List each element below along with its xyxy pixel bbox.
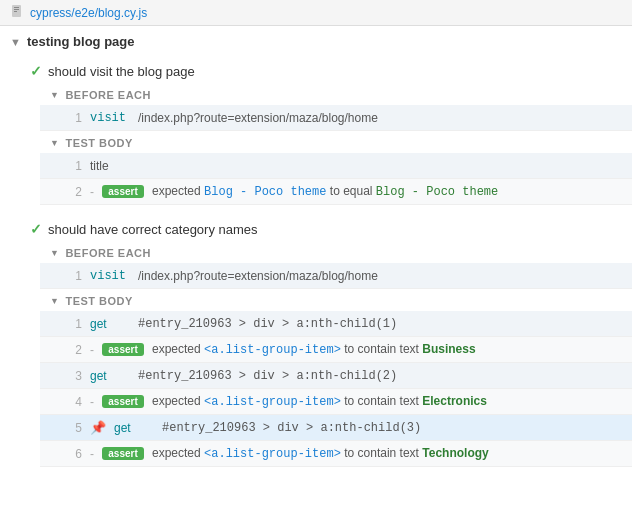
command-row-assert-3[interactable]: 4 - assert expected <a.list-group-item> … [40, 389, 632, 415]
suite-header[interactable]: ▼ testing blog page [0, 26, 632, 57]
visit-url-2: /index.php?route=extension/maza/blog/hom… [138, 269, 622, 283]
command-row-assert-2[interactable]: 2 - assert expected <a.list-group-item> … [40, 337, 632, 363]
section-label-test-body-2: ▼ TEST BODY [40, 291, 632, 311]
test-header-2[interactable]: ✓ should have correct category names [20, 215, 632, 243]
get-content-2: #entry_210963 > div > a:nth-child(2) [138, 369, 622, 383]
suite-title: testing blog page [27, 34, 135, 49]
command-row-get-3[interactable]: 5 📌 get #entry_210963 > div > a:nth-chil… [40, 415, 632, 441]
chevron-down-icon: ▼ [50, 90, 59, 100]
assert-dash-4: - [90, 447, 94, 461]
test-header-1[interactable]: ✓ should visit the blog page [20, 57, 632, 85]
visit-cmd-2: visit [90, 269, 130, 283]
assert-dash: - [90, 185, 94, 199]
line-num-g1: 1 [70, 317, 82, 331]
command-row-assert-4[interactable]: 6 - assert expected <a.list-group-item> … [40, 441, 632, 467]
get-content-1: #entry_210963 > div > a:nth-child(1) [138, 317, 622, 331]
assert-content-3: expected <a.list-group-item> to contain … [152, 394, 622, 409]
section-test-body-1: ▼ TEST BODY 1 title 2 - assert expected … [40, 133, 632, 205]
line-num-g2: 3 [70, 369, 82, 383]
pin-icon: 📌 [90, 420, 106, 435]
command-row-get-2[interactable]: 3 get #entry_210963 > div > a:nth-child(… [40, 363, 632, 389]
assert-badge-2: assert [102, 343, 144, 356]
visit-cmd: visit [90, 111, 130, 125]
title-cmd: title [90, 159, 130, 173]
get-cmd-3: get [114, 421, 154, 435]
suite-container: ▼ testing blog page ✓ should visit the b… [0, 26, 632, 467]
command-row-assert-1[interactable]: 2 - assert expected Blog - Poco theme to… [40, 179, 632, 205]
svg-rect-3 [14, 11, 17, 12]
command-row-title[interactable]: 1 title [40, 153, 632, 179]
suite-chevron: ▼ [10, 36, 21, 48]
test-body-label-1: TEST BODY [65, 137, 132, 149]
line-num-2: 2 [70, 185, 82, 199]
check-icon-1: ✓ [30, 63, 42, 79]
chevron-down-icon-2: ▼ [50, 138, 59, 148]
line-num-a3: 4 [70, 395, 82, 409]
test-title-2: should have correct category names [48, 222, 258, 237]
test-item-2: ✓ should have correct category names ▼ B… [20, 215, 632, 467]
chevron-down-icon-3: ▼ [50, 248, 59, 258]
assert-content-4: expected <a.list-group-item> to contain … [152, 446, 622, 461]
section-before-each-1: ▼ BEFORE EACH 1 visit /index.php?route=e… [40, 85, 632, 131]
line-num-g3: 5 [70, 421, 82, 435]
line-num-a2: 2 [70, 343, 82, 357]
before-each-label-1: BEFORE EACH [65, 89, 151, 101]
line-num-a4: 6 [70, 447, 82, 461]
section-before-each-2: ▼ BEFORE EACH 1 visit /index.php?route=e… [40, 243, 632, 289]
test-body-label-2: TEST BODY [65, 295, 132, 307]
file-tab[interactable]: cypress/e2e/blog.cy.js [0, 0, 632, 26]
assert-badge-1: assert [102, 185, 144, 198]
file-icon [10, 4, 24, 21]
assert-badge-4: assert [102, 447, 144, 460]
svg-rect-1 [14, 7, 19, 8]
svg-rect-2 [14, 9, 19, 10]
command-row-visit-2[interactable]: 1 visit /index.php?route=extension/maza/… [40, 263, 632, 289]
before-each-label-2: BEFORE EACH [65, 247, 151, 259]
line-num-1: 1 [70, 159, 82, 173]
visit-url-1: /index.php?route=extension/maza/blog/hom… [138, 111, 622, 125]
assert-dash-3: - [90, 395, 94, 409]
assert-content-2: expected <a.list-group-item> to contain … [152, 342, 622, 357]
command-row-visit-1[interactable]: 1 visit /index.php?route=extension/maza/… [40, 105, 632, 131]
file-path: cypress/e2e/blog.cy.js [30, 6, 147, 20]
get-cmd-1: get [90, 317, 130, 331]
section-label-test-body-1: ▼ TEST BODY [40, 133, 632, 153]
assert-dash-2: - [90, 343, 94, 357]
test-item-1: ✓ should visit the blog page ▼ BEFORE EA… [20, 57, 632, 205]
get-cmd-2: get [90, 369, 130, 383]
assert-badge-3: assert [102, 395, 144, 408]
assert-content-1: expected Blog - Poco theme to equal Blog… [152, 184, 622, 199]
command-row-get-1[interactable]: 1 get #entry_210963 > div > a:nth-child(… [40, 311, 632, 337]
section-label-before-each-2: ▼ BEFORE EACH [40, 243, 632, 263]
test-title-1: should visit the blog page [48, 64, 195, 79]
section-test-body-2: ▼ TEST BODY 1 get #entry_210963 > div > … [40, 291, 632, 467]
get-content-3: #entry_210963 > div > a:nth-child(3) [162, 421, 622, 435]
check-icon-2: ✓ [30, 221, 42, 237]
line-num-v2: 1 [70, 269, 82, 283]
line-num: 1 [70, 111, 82, 125]
section-label-before-each-1: ▼ BEFORE EACH [40, 85, 632, 105]
chevron-down-icon-4: ▼ [50, 296, 59, 306]
